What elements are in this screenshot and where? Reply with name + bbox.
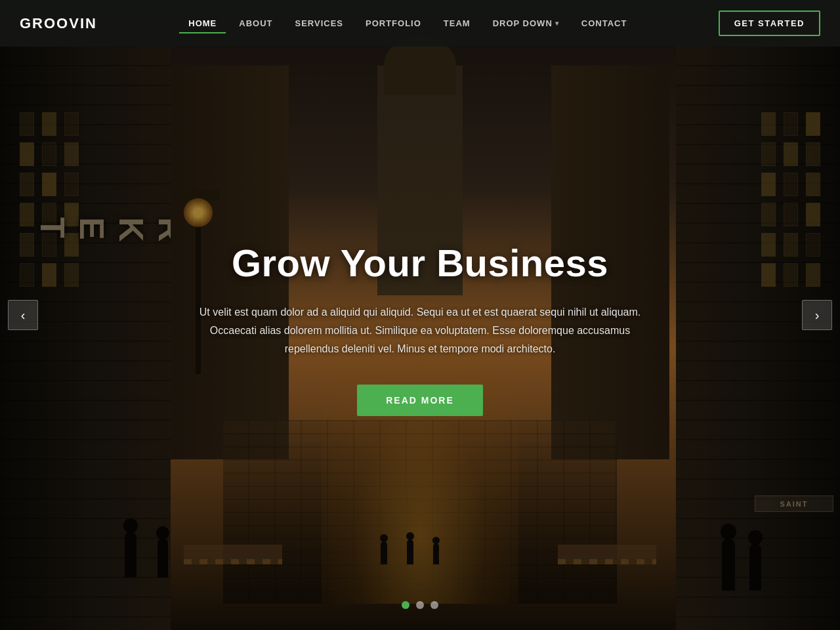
person-silhouette-6 [407,539,413,564]
nav-item-home[interactable]: HOME [179,13,226,33]
slide-dot-1[interactable] [402,601,410,609]
nav-item-contact[interactable]: CONTACT [572,13,637,33]
navbar: GROOVIN HOME ABOUT SERVICES PORTFOLIO TE… [0,0,840,47]
slide-dots [402,601,438,609]
nav-item-portfolio[interactable]: PORTFOLIO [356,13,430,33]
shop-awning-right [558,545,656,564]
person-silhouette-7 [433,543,439,564]
nav-item-about[interactable]: ABOUT [230,13,282,33]
person-silhouette-5 [381,541,387,564]
nav-link-home[interactable]: HOME [179,13,226,33]
person-silhouette-3 [722,538,735,591]
slide-dot-2[interactable] [416,601,424,609]
person-silhouette-2 [158,538,168,578]
nav-link-portfolio[interactable]: PORTFOLIO [356,13,430,33]
shop-awning-left [184,545,282,564]
logo: GROOVIN [20,15,97,32]
person-silhouette-1 [125,532,136,578]
chevron-left-icon: ‹ [21,308,26,323]
nav-link-about[interactable]: ABOUT [230,13,282,33]
hero-description: Ut velit est quam dolor ad a aliquid qui… [197,303,643,358]
nav-item-team[interactable]: TEAM [434,13,480,33]
hero-content: Grow Your Business Ut velit est quam dol… [171,241,669,416]
nav-item-dropdown[interactable]: DROP DOWN ▾ [484,13,568,33]
nav-link-team[interactable]: TEAM [434,13,480,33]
nav-link-services[interactable]: SERVICES [285,13,352,33]
nav-link-dropdown[interactable]: DROP DOWN ▾ [484,13,568,33]
nav-link-contact[interactable]: CONTACT [572,13,637,33]
slide-next-button[interactable]: › [802,300,832,330]
get-started-button[interactable]: GET STARTED [719,10,820,36]
nav-links: HOME ABOUT SERVICES PORTFOLIO TEAM DROP … [179,13,636,33]
hero-section: ARKET [0,0,840,630]
person-silhouette-4 [749,543,761,591]
chevron-right-icon: › [815,308,820,323]
nav-item-services[interactable]: SERVICES [285,13,352,33]
hero-title: Grow Your Business [197,241,643,285]
slide-prev-button[interactable]: ‹ [8,300,38,330]
read-more-button[interactable]: READ MORE [357,385,483,416]
chevron-down-icon: ▾ [555,20,559,27]
slide-dot-3[interactable] [430,601,438,609]
